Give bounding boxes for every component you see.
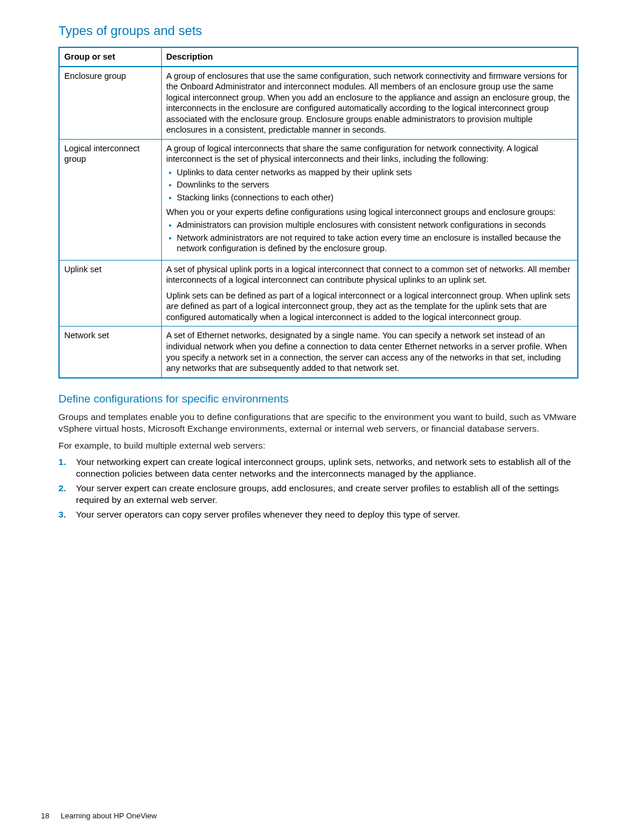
logical-intro: A group of logical interconnects that sh… [167,143,573,165]
row-desc-uplink: A set of physical uplink ports in a logi… [161,260,578,327]
section-heading-types: Types of groups and sets [58,23,578,39]
logical-bullets-config: Uplinks to data center networks as mappe… [167,167,573,203]
table-header-description: Description [161,47,578,67]
page-footer: 18 Learning about HP OneView [41,811,157,820]
section-heading-define: Define configurations for specific envir… [58,393,578,405]
page-number: 18 [41,811,49,820]
logical-mid: When you or your experts define configur… [167,207,573,218]
row-name-logical: Logical interconnect group [59,139,161,260]
list-item: Network administrators are not required … [167,232,573,254]
row-name-enclosure: Enclosure group [59,67,161,140]
table-header-group: Group or set [59,47,161,67]
body-paragraph: For example, to build multiple external … [58,440,578,452]
list-item: Downlinks to the servers [167,179,573,190]
footer-title: Learning about HP OneView [61,811,157,820]
row-name-uplink: Uplink set [59,260,161,327]
row-desc-network: A set of Ethernet networks, designated b… [161,327,578,378]
uplink-p1: A set of physical uplink ports in a logi… [167,264,573,286]
step-item: Your server operators can copy server pr… [58,509,578,520]
table-row: Network set A set of Ethernet networks, … [59,327,578,378]
row-desc-enclosure: A group of enclosures that use the same … [161,67,578,140]
table-row: Uplink set A set of physical uplink port… [59,260,578,327]
step-item: Your server expert can create enclosure … [58,483,578,506]
row-name-network: Network set [59,327,161,378]
table-row: Logical interconnect group A group of lo… [59,139,578,260]
list-item: Uplinks to data center networks as mappe… [167,167,573,178]
body-paragraph: Groups and templates enable you to defin… [58,411,578,435]
steps-list: Your networking expert can create logica… [58,456,578,520]
logical-bullets-benefits: Administrators can provision multiple en… [167,220,573,254]
list-item: Administrators can provision multiple en… [167,220,573,231]
uplink-p2: Uplink sets can be defined as part of a … [167,290,573,323]
list-item: Stacking links (connections to each othe… [167,192,573,203]
row-desc-logical: A group of logical interconnects that sh… [161,139,578,260]
step-item: Your networking expert can create logica… [58,456,578,480]
table-row: Enclosure group A group of enclosures th… [59,67,578,140]
groups-sets-table: Group or set Description Enclosure group… [58,47,578,379]
